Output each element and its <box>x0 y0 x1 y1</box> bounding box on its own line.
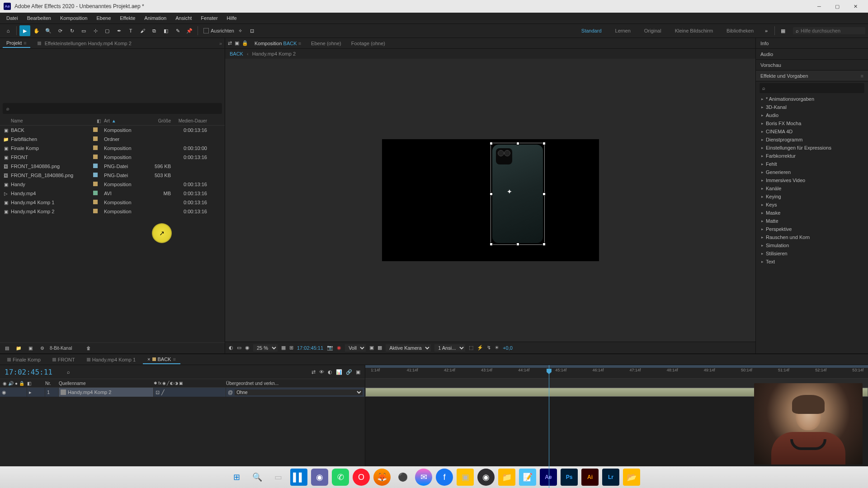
project-search-input[interactable] <box>9 106 218 111</box>
row-tag[interactable] <box>93 200 104 205</box>
tl-tab-back[interactable]: ×BACK≡ <box>143 355 180 364</box>
layer-name[interactable]: Handy.mp4 Komp 2 <box>68 389 111 395</box>
col-tag[interactable]: ◧ <box>93 118 104 123</box>
handle-tc[interactable] <box>516 142 519 145</box>
row-tag[interactable] <box>93 182 104 187</box>
ctrl-roi-icon[interactable]: ▣ <box>369 345 374 351</box>
align-checkbox[interactable]: Ausrichten <box>203 28 234 33</box>
effects-category[interactable]: ▸Perspektive <box>758 225 866 233</box>
col-duration[interactable]: Medien-Dauer <box>171 118 207 123</box>
effects-search[interactable]: ⌕ <box>760 83 864 93</box>
handle-mr[interactable] <box>542 192 546 196</box>
project-row[interactable]: 🖼FRONT_1840886.pngPNG-Datei596 KB <box>0 162 225 171</box>
effects-category[interactable]: ▸Immersives Video <box>758 176 866 184</box>
taskbar-search-icon[interactable]: 🔍 <box>249 469 266 486</box>
effects-category[interactable]: ▸Text <box>758 258 866 266</box>
views-select[interactable]: 1 Ansi... <box>434 344 465 352</box>
tab-project[interactable]: Projekt ≡ <box>3 39 30 48</box>
col-size[interactable]: Größe <box>144 118 171 123</box>
ctrl-transparent-icon[interactable]: ▩ <box>377 345 382 351</box>
effects-category[interactable]: ▸Boris FX Mocha <box>758 119 866 127</box>
anchor-tool[interactable]: ⊹ <box>90 25 101 36</box>
menu-effekte[interactable]: Effekte <box>115 14 140 23</box>
workspace-original[interactable]: Original <box>638 26 668 35</box>
tl-shy-icon[interactable]: 👁 <box>319 369 324 375</box>
switch-3d-icon[interactable]: ▣ <box>179 381 183 385</box>
project-row[interactable]: ▣BACKKomposition0:00:13:16 <box>0 126 225 135</box>
tl-render-icon[interactable]: ▣ <box>356 369 360 375</box>
switch-collapse-icon[interactable]: ◉ <box>162 381 166 385</box>
effects-category[interactable]: ▸Generieren <box>758 168 866 176</box>
parent-pick-icon[interactable]: @ <box>228 389 233 395</box>
project-row[interactable]: ▣Finale KompKomposition0:00:10:00 <box>0 144 225 153</box>
ctrl-draft-icon[interactable]: ⚡ <box>477 345 483 351</box>
ctrl-mask-icon[interactable]: ◉ <box>245 345 250 351</box>
comp-timecode[interactable]: 17:02:45:11 <box>297 345 323 351</box>
project-row[interactable]: ▣Handy.mp4 Komp 2Komposition0:00:13:16 <box>0 207 225 216</box>
effects-category[interactable]: ▸Fehlt <box>758 160 866 168</box>
ctrl-guides-icon[interactable]: ⊞ <box>289 345 293 351</box>
taskbar-whatsapp-icon[interactable]: ✆ <box>332 469 349 486</box>
handle-bl[interactable] <box>490 243 493 246</box>
rotate-tool[interactable]: ↻ <box>66 25 77 36</box>
roto-tool[interactable]: ✎ <box>172 25 183 36</box>
settings-icon[interactable]: ⚙ <box>38 344 46 352</box>
resolution-select[interactable]: Voll <box>345 344 366 352</box>
workspace-overflow-icon[interactable]: » <box>761 25 772 36</box>
taskbar-files-icon[interactable]: 📁 <box>498 469 515 486</box>
row-tag[interactable] <box>93 191 104 196</box>
help-search-input[interactable] <box>801 28 863 33</box>
switch-blur-icon[interactable]: ◐ <box>170 381 174 385</box>
bit-depth[interactable]: 8-Bit-Kanal <box>50 346 72 351</box>
panel-overflow-icon[interactable]: » <box>219 41 222 46</box>
minimize-button[interactable]: ─ <box>810 0 828 13</box>
label-col-icon[interactable]: ◧ <box>27 381 31 386</box>
exposure-value[interactable]: +0,0 <box>503 345 513 351</box>
layer-visibility-icon[interactable]: ◉ <box>2 389 6 395</box>
menu-ansicht[interactable]: Ansicht <box>171 14 196 23</box>
taskbar-facebook-icon[interactable]: f <box>436 469 453 486</box>
shape-tool[interactable]: ▢ <box>102 25 113 36</box>
col-nr[interactable]: Nr. <box>45 381 59 386</box>
maximize-button[interactable]: ▢ <box>828 0 846 13</box>
project-row[interactable]: ▷Handy.mp4AVIMB0:00:13:16 <box>0 189 225 198</box>
effects-category[interactable]: ▸Keying <box>758 192 866 201</box>
timeline-ruler[interactable]: 1:14f41:14f42:14f43:14f44:14f45:14f46:14… <box>365 365 868 379</box>
canvas[interactable]: ✦ <box>382 139 599 261</box>
taskbar-folder2-icon[interactable]: 📂 <box>623 469 640 486</box>
comp-flow-icon[interactable]: ⇄ <box>228 40 232 46</box>
tl-tab-finale[interactable]: Finale Komp <box>3 356 45 364</box>
effects-category[interactable]: ▸CINEMA 4D <box>758 127 866 136</box>
zoom-tool[interactable]: 🔍 <box>43 25 54 36</box>
comp-lock-icon[interactable]: 🔒 <box>242 40 248 46</box>
ctrl-fast-icon[interactable]: ↯ <box>487 345 491 351</box>
handle-tr[interactable] <box>542 142 546 145</box>
tl-switch-icon[interactable]: ⇄ <box>311 369 316 375</box>
ctrl-grid-icon[interactable]: ▦ <box>281 345 286 351</box>
effects-category[interactable]: ▸Farbkorrektur <box>758 152 866 160</box>
project-row[interactable]: ▣Handy.mp4 Komp 1Komposition0:00:13:16 <box>0 198 225 207</box>
taskbar-explorer-icon[interactable]: ▌▌ <box>290 469 307 486</box>
close-button[interactable]: ✕ <box>846 0 864 13</box>
taskbar-taskview-icon[interactable]: ▭ <box>269 469 287 486</box>
effects-category[interactable]: ▸Dienstprogramm <box>758 136 866 144</box>
panel-effects[interactable]: Effekte und Vorgaben≡ <box>756 70 868 81</box>
comp-settings-icon[interactable]: ▣ <box>235 40 239 46</box>
eraser-tool[interactable]: ◧ <box>160 25 171 36</box>
solo-col-icon[interactable]: ● <box>15 381 18 386</box>
taskbar-opera-icon[interactable]: O <box>353 469 370 486</box>
taskbar-firefox-icon[interactable]: 🦊 <box>373 469 391 486</box>
effects-category[interactable]: ▸Maske <box>758 209 866 217</box>
crumb-back[interactable]: BACK <box>230 51 243 56</box>
handle-tl[interactable] <box>490 142 493 145</box>
project-row[interactable]: ▣FRONTKomposition0:00:13:16 <box>0 153 225 162</box>
work-area-bar[interactable] <box>365 365 868 368</box>
menu-datei[interactable]: Datei <box>2 14 23 23</box>
composition-viewer[interactable]: ✦ <box>225 59 755 342</box>
ctrl-channels-icon[interactable]: ◉ <box>337 345 341 351</box>
selection-tool[interactable]: ▶ <box>19 25 30 36</box>
workspace-biblio[interactable]: Bibliotheken <box>720 26 760 35</box>
row-tag[interactable] <box>93 127 104 133</box>
effects-category[interactable]: ▸* Animationsvorgaben <box>758 95 866 103</box>
project-search[interactable]: ⌕ <box>3 103 222 114</box>
